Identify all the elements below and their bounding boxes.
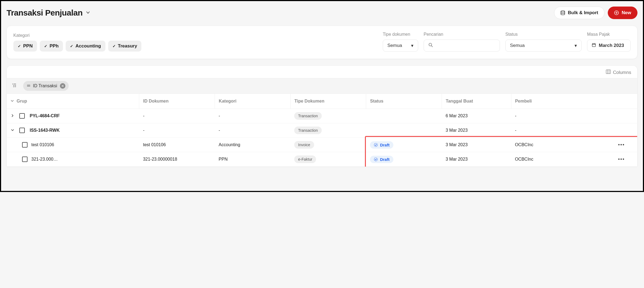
grup-value: 321-23.000…	[31, 157, 58, 162]
row-checkbox[interactable]	[19, 128, 25, 133]
new-label: New	[622, 10, 631, 16]
check-icon: ✓	[70, 44, 73, 48]
masa-pajak-select[interactable]: March 2023	[587, 40, 631, 52]
table-card: Columns ID Transaksi	[7, 65, 637, 167]
svg-point-0	[561, 11, 565, 12]
title-dropdown-icon[interactable]	[86, 10, 90, 16]
col-pembeli[interactable]: Pembeli	[511, 94, 606, 109]
columns-button[interactable]: Columns	[606, 70, 631, 75]
col-grup[interactable]: Grup	[17, 99, 27, 104]
grup-value: ISS-1643-RWK	[30, 128, 60, 133]
kategori-value: PPN	[215, 152, 291, 167]
collapse-all-icon[interactable]	[11, 99, 14, 104]
tanggal-value: 3 Mar 2023	[442, 123, 511, 138]
grup-value: test 010106	[31, 142, 54, 147]
chip-accounting[interactable]: ✓Accounting	[66, 41, 105, 52]
filters-card: Kategori ✓PPN ✓PPh ✓Accounting ✓Treasury…	[7, 26, 637, 59]
page-title: Transaksi Penjualan	[7, 8, 83, 17]
expand-icon[interactable]	[11, 128, 14, 133]
table-row[interactable]: ISS-1643-RWK--Transaction3 Mar 2023-	[7, 123, 637, 138]
caret-down-icon: ▾	[411, 43, 414, 49]
status-select[interactable]: Semua ▾	[505, 40, 582, 52]
close-icon[interactable]	[60, 83, 65, 89]
columns-icon	[606, 70, 611, 75]
tipe-dokumen-select[interactable]: Semua ▾	[383, 40, 418, 52]
group-by-chip[interactable]: ID Transaksi	[23, 81, 69, 91]
draft-icon	[374, 143, 378, 147]
tipe-dokumen-label: Tipe dokumen	[383, 32, 418, 37]
col-tipe-dokumen[interactable]: Tipe Dokumen	[290, 94, 366, 109]
col-kategori[interactable]: Kategori	[215, 94, 291, 109]
chip-ppn[interactable]: ✓PPN	[13, 41, 37, 52]
row-checkbox[interactable]	[22, 142, 28, 148]
kategori-value: Accounting	[215, 138, 291, 152]
pencarian-label: Pencarian	[424, 32, 500, 37]
id-dokumen-value: test 010106	[139, 138, 215, 152]
chip-treasury[interactable]: ✓Treasury	[108, 41, 142, 52]
calendar-icon	[592, 43, 596, 49]
tanggal-value: 3 Mar 2023	[442, 152, 511, 167]
row-actions-icon[interactable]: •••	[618, 157, 625, 162]
check-icon: ✓	[113, 44, 116, 48]
svg-point-6	[13, 85, 14, 86]
kategori-value: -	[215, 109, 291, 123]
tipe-dokumen-badge: e-Faktur	[294, 155, 316, 163]
col-status[interactable]: Status	[366, 94, 442, 109]
tipe-dokumen-badge: Transaction	[294, 127, 322, 134]
check-icon: ✓	[44, 44, 47, 48]
tipe-dokumen-badge: Invoice	[294, 141, 314, 149]
kategori-label: Kategori	[13, 33, 377, 38]
status-label: Status	[505, 32, 582, 37]
col-tanggal-buat[interactable]: Tanggal Buat	[442, 94, 511, 109]
table-row[interactable]: test 010106test 010106AccountingInvoiceD…	[7, 138, 637, 152]
svg-point-5	[12, 83, 13, 84]
plus-circle-icon	[614, 10, 619, 15]
svg-point-7	[13, 86, 14, 87]
col-id-dokumen[interactable]: ID Dokumen	[139, 94, 215, 109]
search-input-wrap	[424, 40, 500, 52]
pembeli-value: OCBCInc	[511, 152, 606, 167]
status-badge: Draft	[370, 141, 393, 149]
check-icon: ✓	[18, 44, 21, 48]
masa-pajak-label: Masa Pajak	[587, 32, 631, 37]
pembeli-value: OCBCInc	[511, 138, 606, 152]
id-dokumen-value: 321-23.00000018	[139, 152, 215, 167]
chip-pph[interactable]: ✓PPh	[40, 41, 63, 52]
table-row[interactable]: 321-23.000…321-23.00000018PPNe-FakturDra…	[7, 152, 637, 167]
pembeli-value: -	[511, 109, 606, 123]
bulk-import-button[interactable]: Bulk & Import	[554, 7, 604, 19]
tanggal-value: 3 Mar 2023	[442, 138, 511, 152]
search-input[interactable]	[436, 43, 495, 48]
svg-rect-3	[592, 44, 596, 47]
drag-handle-icon	[27, 84, 30, 88]
draft-icon	[374, 157, 378, 161]
pembeli-value: -	[511, 123, 606, 138]
search-icon	[428, 43, 433, 49]
group-by-bar: ID Transaksi	[7, 78, 637, 94]
table-row[interactable]: PYL-4684-CRF--Transaction6 Mar 2023-	[7, 109, 637, 123]
row-checkbox[interactable]	[19, 113, 25, 119]
id-dokumen-value: -	[139, 109, 215, 123]
id-dokumen-value: -	[139, 123, 215, 138]
status-badge: Draft	[370, 156, 393, 163]
tanggal-value: 6 Mar 2023	[442, 109, 511, 123]
expand-icon[interactable]	[11, 113, 14, 118]
new-button[interactable]: New	[608, 7, 637, 19]
caret-down-icon: ▾	[575, 43, 577, 49]
row-checkbox[interactable]	[22, 157, 28, 162]
svg-rect-4	[606, 70, 610, 74]
row-actions-icon[interactable]: •••	[618, 142, 625, 148]
bulk-import-label: Bulk & Import	[568, 10, 598, 16]
group-tree-icon	[12, 83, 17, 89]
tipe-dokumen-badge: Transaction	[294, 112, 322, 120]
grup-value: PYL-4684-CRF	[30, 113, 60, 118]
kategori-value: -	[215, 123, 291, 138]
database-icon	[560, 10, 565, 15]
